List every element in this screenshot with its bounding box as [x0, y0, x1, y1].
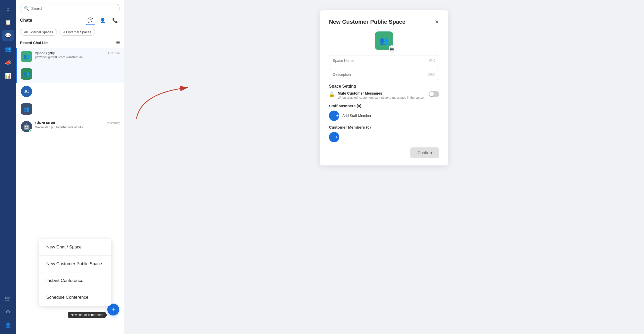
avatar: 🤖 — [21, 121, 32, 132]
chat-info: CiNNOXBot yesterday We've also put toget… — [35, 121, 120, 129]
chat-time: 11:47 AM — [108, 51, 120, 54]
dropdown-item-instant-conference[interactable]: Instant Conference — [39, 272, 111, 289]
dropdown-item-new-chat-space[interactable]: New Chat / Space — [39, 239, 111, 256]
space-name-input[interactable] — [333, 59, 429, 63]
tab-icons: 💬 👤 📞 — [86, 16, 120, 25]
confirm-button[interactable]: Confirm — [410, 147, 439, 158]
search-input[interactable] — [31, 6, 116, 11]
tabs-section: Chats 💬 👤 📞 — [16, 16, 124, 27]
lock-icon: 🔒 — [329, 92, 335, 97]
mute-label: Mute Customer Messages — [338, 91, 426, 95]
people-icon: 👥 — [5, 46, 11, 52]
customer-members-title: Customer Members (0) — [329, 125, 439, 129]
filter-all-external[interactable]: All External Spaces — [20, 29, 57, 36]
avatar: 👥 — [21, 103, 32, 115]
analytics-icon: 📊 — [5, 73, 11, 79]
add-customer-icon: 👤+ — [329, 132, 339, 142]
description-count: 0/500 — [428, 73, 435, 76]
sidebar-item-chat[interactable]: 💬 — [2, 30, 14, 41]
group-icon: 👥 — [379, 36, 389, 45]
chats-label: Chats — [20, 18, 32, 23]
add-customer-member-btn[interactable]: 👤+ — [329, 132, 439, 142]
sidebar-item-settings[interactable]: ⚙ — [2, 306, 14, 318]
dropdown-item-new-customer-public-space[interactable]: New Customer Public Space — [39, 256, 111, 272]
search-input-wrap[interactable]: 🔍 — [20, 4, 120, 13]
dialog-header: New Customer Public Space ✕ — [329, 19, 439, 25]
chat-item[interactable]: 🤖 CiNNOXBot yesterday We've also put tog… — [16, 118, 124, 135]
cart-icon: 🛒 — [5, 295, 11, 302]
dropdown-menu: New Chat / Space New Customer Public Spa… — [39, 239, 111, 306]
avatar: 👥 — [21, 51, 32, 62]
chat-name: spacexgrup — [35, 51, 56, 55]
avatar: 👥 — [21, 68, 32, 80]
sidebar-item-people[interactable]: 👥 — [2, 43, 14, 55]
add-staff-icon: 👤+ — [329, 111, 339, 121]
chat-info: spacexgrup 11:47 AM jim2chen@m800.com wa… — [35, 51, 120, 59]
dialog-title: New Customer Public Space — [329, 19, 405, 25]
chat-item[interactable]: JC — [16, 83, 124, 100]
dialog-avatar[interactable]: 👥 📷 — [375, 31, 393, 50]
recent-header: Recent Chat List ☰ — [16, 39, 124, 48]
bot-online-dot — [29, 129, 32, 132]
sidebar-item-home[interactable]: ⌂ — [2, 3, 14, 14]
mute-setting-text: Mute Customer Messages When enabled, cus… — [338, 91, 426, 99]
space-name-count: 0/40 — [429, 59, 435, 62]
chat-panel: 🔍 Chats 💬 👤 📞 All External Spaces All In… — [16, 0, 124, 334]
dialog-close-button[interactable]: ✕ — [435, 19, 439, 25]
sidebar-item-announcements[interactable]: 📣 — [2, 57, 14, 68]
chat-preview: jim2chen@m800.com wanshun and jim chen j… — [35, 55, 87, 59]
recent-list-label: Recent Chat List — [20, 41, 48, 45]
filter-all-internal[interactable]: All Internal Spaces — [59, 29, 95, 36]
chat-item[interactable]: 👥 spacexgrup 11:47 AM jim2chen@m800.com … — [16, 48, 124, 65]
chat-preview: We've also put together lots of tutorial… — [35, 126, 87, 129]
sidebar-item-tasks[interactable]: 📋 — [2, 16, 14, 28]
tab-contacts[interactable]: 👤 — [98, 16, 107, 25]
chat-item[interactable]: 👥 — [16, 100, 124, 118]
avatar: JC — [21, 86, 32, 97]
tab-chat[interactable]: 💬 — [86, 16, 95, 25]
chat-name: CiNNOXBot — [35, 121, 55, 125]
staff-members-title: Staff Members (0) — [329, 104, 439, 108]
announcements-icon: 📣 — [5, 59, 11, 65]
toggle-knob — [429, 92, 434, 96]
sidebar-item-analytics[interactable]: 📊 — [2, 70, 14, 81]
chat-item[interactable]: 👥 — [16, 65, 124, 83]
new-customer-public-space-dialog: New Customer Public Space ✕ 👥 📷 0/40 0/5… — [320, 10, 448, 165]
fab-tooltip: New chat or conference — [68, 312, 106, 318]
search-bar: 🔍 — [16, 0, 124, 16]
camera-badge: 📷 — [389, 45, 395, 52]
sidebar-item-profile[interactable]: 👤 — [2, 320, 14, 331]
description-input[interactable] — [333, 72, 428, 77]
dialog-footer: Confirm — [329, 147, 439, 158]
add-staff-member-btn[interactable]: 👤+ Add Staff Member — [329, 111, 439, 121]
mute-desc: When enabled, customers cannot send mess… — [338, 96, 426, 99]
filter-icon[interactable]: ☰ — [116, 40, 120, 45]
filter-tabs: All External Spaces All Internal Spaces — [16, 27, 124, 39]
sidebar: ⌂ 📋 💬 👥 📣 📊 🛒 ⚙ 👤 — [0, 0, 16, 334]
profile-icon: 👤 — [5, 322, 11, 328]
space-setting-title: Space Setting — [329, 84, 439, 89]
home-icon: ⌂ — [6, 6, 10, 12]
main-content: New Customer Public Space ✕ 👥 📷 0/40 0/5… — [124, 0, 644, 334]
chat-icon: 💬 — [5, 32, 11, 39]
search-icon: 🔍 — [24, 6, 29, 11]
dialog-avatar-wrap: 👥 📷 — [329, 31, 439, 50]
fab-plus-icon: + — [111, 306, 115, 314]
dropdown-item-schedule-conference[interactable]: Schedule Conference — [39, 289, 111, 306]
settings-icon: ⚙ — [6, 309, 10, 315]
chat-time: yesterday — [107, 121, 120, 124]
tasks-icon: 📋 — [5, 19, 11, 25]
mute-toggle[interactable] — [429, 91, 439, 97]
sidebar-item-cart[interactable]: 🛒 — [2, 293, 14, 304]
space-name-field[interactable]: 0/40 — [329, 55, 439, 66]
tab-calls[interactable]: 📞 — [110, 16, 120, 25]
add-staff-label: Add Staff Member — [342, 114, 371, 118]
mute-setting-row: 🔒 Mute Customer Messages When enabled, c… — [329, 91, 439, 99]
description-field[interactable]: 0/500 — [329, 69, 439, 80]
